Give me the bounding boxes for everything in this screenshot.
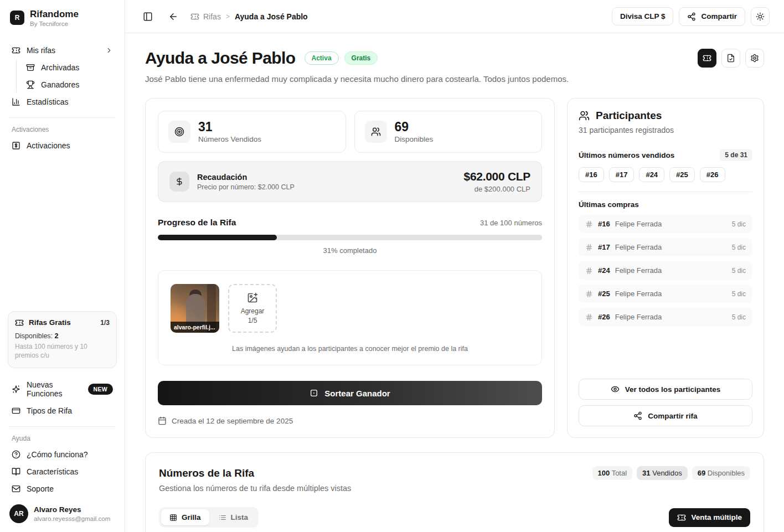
sidebar-item-activaciones[interactable]: Activaciones	[7, 138, 117, 153]
add-image-button[interactable]: Agregar 1/5	[228, 284, 277, 333]
users-icon	[579, 110, 590, 121]
multi-sale-label: Venta múltiple	[691, 513, 742, 521]
sidebar-item-mis-rifas[interactable]: Mis rifas	[7, 43, 117, 58]
ticket-icon	[12, 46, 20, 55]
progress-section: Progreso de la Rifa 31 de 100 números 31…	[158, 218, 542, 255]
archive-icon	[26, 63, 35, 72]
sidebar-section-ayuda: Ayuda	[7, 435, 117, 442]
sidebar-item-label: ¿Cómo funciona?	[27, 450, 88, 459]
main-column: Rifas > Ayuda a José Pablo Divisa CLP $ …	[125, 0, 784, 532]
tab-list-label: Lista	[231, 513, 249, 521]
breadcrumb-rifas[interactable]: Rifas	[190, 12, 221, 21]
sidebar-item-archivadas[interactable]: Archivadas	[22, 60, 117, 75]
share-raffle-button[interactable]: Compartir rifa	[579, 405, 752, 426]
purchase-number: #26	[598, 313, 610, 321]
purchase-name: Felipe Ferrada	[615, 220, 662, 228]
sidebar-item-label: Soporte	[27, 484, 54, 493]
multi-sale-button[interactable]: Venta múltiple	[669, 508, 750, 527]
sidebar-item-nuevas-funciones[interactable]: Nuevas Funciones NEW	[7, 377, 117, 401]
number-chips: #16 #17 #24 #25 #26	[579, 167, 752, 182]
purchase-row[interactable]: #26 Felipe Ferrada 5 dic	[579, 308, 752, 326]
share-button[interactable]: Compartir	[679, 7, 745, 26]
breadcrumb-separator: >	[226, 13, 230, 20]
brand: R Rifandome By Tecniforce	[7, 9, 117, 27]
purchase-row[interactable]: #24 Felipe Ferrada 5 dic	[579, 261, 752, 280]
purchase-date: 5 dic	[732, 290, 746, 298]
purchase-row[interactable]: #25 Felipe Ferrada 5 dic	[579, 285, 752, 303]
theme-toggle-button[interactable]	[751, 7, 770, 26]
numbers-count-badges: 100 Total 31 Vendidos 69 Disponibles	[592, 466, 750, 480]
sidebar-nav-bottom: Nuevas Funciones NEW Tipos de Rifa	[7, 377, 117, 419]
stat-available: 69 Disponibles	[354, 111, 543, 153]
images-card: alvaro-perfil.j... Agregar 1/5 Las imáge…	[158, 270, 542, 365]
calendar-icon	[158, 416, 167, 425]
currency-button[interactable]: Divisa CLP $	[612, 7, 674, 25]
sidebar-item-ganadores[interactable]: Ganadores	[22, 77, 117, 92]
number-chip[interactable]: #24	[639, 167, 664, 182]
back-button[interactable]	[165, 8, 182, 25]
brand-name: Rifandome	[30, 9, 79, 20]
eye-icon	[611, 385, 620, 394]
grid-icon	[169, 514, 177, 521]
raffle-summary-card: 31 Números Vendidos 69 Disponibles	[145, 98, 555, 438]
number-chip[interactable]: #26	[700, 167, 725, 182]
rifas-gratis-note: Hasta 100 números y 10 premios c/u	[15, 342, 110, 360]
purchase-name: Felipe Ferrada	[615, 266, 662, 275]
participants-title: Participantes	[596, 110, 662, 122]
total-count-badge: 100 Total	[592, 466, 633, 480]
tab-list[interactable]: Lista	[210, 509, 257, 525]
number-chip[interactable]: #17	[609, 167, 635, 182]
image-filename: alvaro-perfil.j...	[171, 322, 219, 333]
view-raffle-button[interactable]	[698, 49, 716, 68]
view-all-participants-button[interactable]: Ver todos los participantes	[579, 379, 752, 400]
rifas-gratis-card[interactable]: Rifas Gratis 1/3 Disponibles: 2 Hasta 10…	[8, 311, 117, 368]
draw-winner-button[interactable]: Sortear Ganador	[158, 381, 542, 405]
purchase-name: Felipe Ferrada	[615, 243, 662, 251]
user-menu[interactable]: AR Alvaro Reyes alvaro.reyesss@gmail.com	[7, 504, 117, 523]
tab-grid-label: Grilla	[182, 513, 201, 521]
revenue-card: Recaudación Precio por número: $2.000 CL…	[158, 161, 542, 202]
users-icon	[365, 121, 387, 143]
purchase-row[interactable]: #17 Felipe Ferrada 5 dic	[579, 238, 752, 256]
numbers-section: Números de la Rifa 100 Total 31 Vendidos…	[145, 452, 764, 532]
participants-panel: Participantes 31 participantes registrad…	[567, 98, 764, 438]
total-count-value: 100	[598, 469, 610, 477]
sidebar-item-label: Nuevas Funciones	[27, 380, 82, 398]
sidebar-nav: Mis rifas Archivadas Ganadores Estadísti…	[7, 43, 117, 110]
topbar: Rifas > Ayuda a José Pablo Divisa CLP $ …	[125, 0, 784, 33]
tab-grid[interactable]: Grilla	[161, 509, 209, 525]
sidebar-item-label: Características	[27, 467, 78, 476]
available-count-value: 69	[698, 469, 705, 477]
sidebar-item-estadisticas[interactable]: Estadísticas	[7, 94, 117, 110]
hash-icon	[585, 313, 593, 321]
purchase-date: 5 dic	[732, 267, 746, 275]
report-button[interactable]	[721, 49, 740, 68]
purchase-date: 5 dic	[732, 220, 746, 228]
purchase-row[interactable]: #16 Felipe Ferrada 5 dic	[579, 215, 752, 233]
sidebar-item-soporte[interactable]: Soporte	[7, 481, 117, 497]
sidebar-nav-ayuda: ¿Cómo funciona? Características Soporte	[7, 447, 117, 497]
sidebar-toggle-button[interactable]	[140, 8, 156, 25]
dice-icon	[310, 389, 318, 397]
sidebar-item-caracteristicas[interactable]: Características	[7, 464, 117, 479]
arrow-left-icon	[168, 12, 178, 22]
number-chip[interactable]: #16	[579, 167, 604, 182]
add-image-count: 1/5	[248, 317, 257, 324]
participants-registered: 31 participantes registrados	[579, 126, 752, 135]
sidebar-item-como-funciona[interactable]: ¿Cómo funciona?	[7, 447, 117, 462]
last-numbers-badge: 5 de 31	[720, 149, 752, 161]
new-badge: NEW	[88, 384, 113, 395]
sidebar-item-tipos-de-rifa[interactable]: Tipos de Rifa	[7, 403, 117, 419]
number-chip[interactable]: #25	[669, 167, 695, 182]
stat-sold: 31 Números Vendidos	[158, 111, 346, 153]
purchase-name: Felipe Ferrada	[615, 290, 662, 298]
settings-button[interactable]	[745, 49, 764, 68]
help-circle-icon	[12, 450, 20, 459]
progress-fill	[158, 235, 277, 240]
revenue-price-per-number: Precio por número: $2.000 CLP	[197, 183, 295, 191]
purchase-date: 5 dic	[732, 244, 746, 251]
progress-percent-label: 31% completado	[158, 246, 542, 255]
raffle-image-thumbnail[interactable]: alvaro-perfil.j...	[171, 284, 219, 333]
sold-count-badge: 31 Vendidos	[637, 466, 688, 480]
stat-available-label: Disponibles	[395, 135, 434, 143]
